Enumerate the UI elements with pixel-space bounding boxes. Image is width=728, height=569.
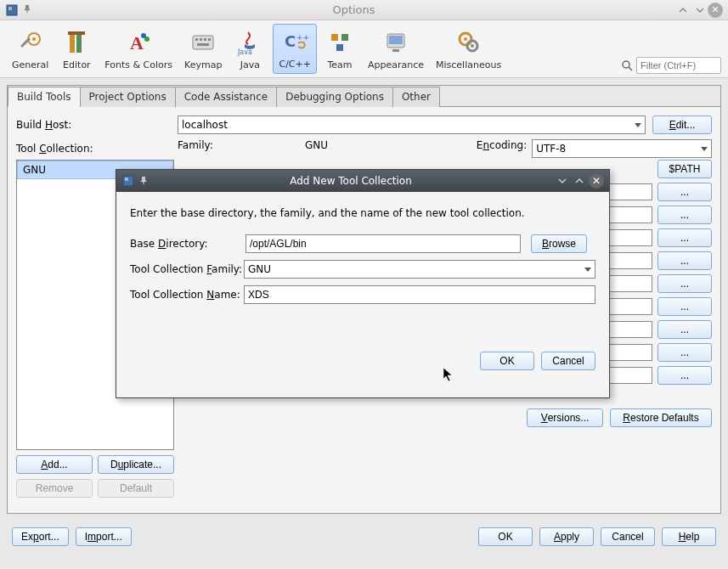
export-button[interactable]: Export...: [12, 527, 69, 546]
category-java[interactable]: Java Java: [229, 25, 271, 74]
app-icon: [121, 174, 135, 188]
search-icon: [621, 59, 633, 71]
family-label: Family:: [178, 139, 305, 158]
category-keymap[interactable]: Keymap: [179, 25, 227, 74]
tabs-row: Build Tools Project Options Code Assista…: [8, 86, 720, 107]
build-host-combo[interactable]: localhost: [178, 115, 646, 134]
tool-collection-label: Tool Collection:: [16, 143, 178, 155]
fonts-icon: A: [125, 29, 152, 56]
build-host-label: Build Host:: [16, 119, 178, 131]
tool-name-label: Tool Collection Name:: [130, 289, 244, 301]
svg-rect-6: [76, 32, 82, 53]
svg-rect-21: [341, 34, 348, 41]
default-button[interactable]: Default: [98, 479, 174, 498]
encoding-combo[interactable]: UTF-8: [532, 139, 712, 158]
keymap-icon: [189, 29, 217, 56]
svg-rect-1: [8, 7, 12, 10]
maximize-icon[interactable]: [692, 3, 708, 18]
tab-debugging-options[interactable]: Debugging Options: [276, 87, 393, 107]
versions-button[interactable]: Versions...: [527, 408, 603, 427]
svg-rect-24: [389, 36, 403, 44]
category-ccpp[interactable]: C++ C/C++: [273, 24, 317, 74]
edit-button[interactable]: Edit...: [652, 115, 712, 134]
browse-dots-button[interactable]: ...: [657, 206, 712, 224]
pin-icon[interactable]: [138, 176, 149, 186]
svg-text:Java: Java: [237, 48, 252, 56]
modal-description: Enter the base directory, the family, an…: [130, 207, 595, 219]
tab-code-assistance[interactable]: Code Assistance: [175, 87, 277, 107]
category-team[interactable]: Team: [319, 25, 361, 74]
svg-rect-14: [204, 38, 206, 41]
browse-dots-button[interactable]: ...: [657, 228, 712, 247]
browse-button[interactable]: Browse: [531, 234, 587, 253]
add-button[interactable]: Add...: [16, 455, 93, 474]
chevron-down-icon[interactable]: [555, 173, 570, 189]
base-dir-input[interactable]: [245, 234, 521, 253]
svg-point-28: [464, 37, 467, 41]
modal-cancel-button[interactable]: Cancel: [541, 352, 595, 370]
close-icon[interactable]: ✕: [589, 173, 604, 189]
team-icon: [326, 29, 353, 56]
tool-family-label: Tool Collection Family:: [130, 263, 244, 275]
appearance-icon: [382, 29, 409, 56]
chevron-up-icon[interactable]: [572, 173, 587, 189]
category-general[interactable]: General: [7, 25, 54, 74]
svg-rect-16: [197, 43, 209, 46]
modal-ok-button[interactable]: OK: [480, 352, 534, 370]
encoding-label: Encoding:: [477, 139, 527, 158]
browse-dots-button[interactable]: ...: [657, 297, 712, 316]
category-appearance[interactable]: Appearance: [363, 25, 429, 74]
browse-dots-button[interactable]: ...: [657, 320, 712, 339]
svg-rect-5: [70, 32, 75, 53]
svg-rect-11: [193, 36, 213, 49]
browse-dots-button[interactable]: ...: [657, 251, 712, 270]
browse-dots-button[interactable]: ...: [657, 274, 712, 293]
import-button[interactable]: Import...: [76, 527, 132, 546]
svg-line-31: [629, 67, 632, 70]
add-tool-collection-dialog: Add New Tool Collection ✕ Enter the base…: [116, 169, 610, 398]
tool-family-combo[interactable]: GNU: [244, 260, 595, 279]
dialog-footer: Export... Import... OK Apply Cancel Help: [0, 521, 728, 553]
ccpp-icon: C++: [281, 28, 308, 55]
svg-point-29: [471, 44, 474, 48]
svg-rect-13: [200, 38, 202, 41]
search-area: [621, 57, 721, 74]
browse-dots-button[interactable]: ...: [657, 366, 712, 385]
duplicate-button[interactable]: Duplicate...: [98, 455, 174, 474]
apply-button[interactable]: Apply: [539, 527, 594, 546]
svg-point-30: [623, 61, 629, 68]
search-input[interactable]: [636, 57, 721, 74]
svg-text:++: ++: [296, 33, 308, 42]
svg-rect-22: [336, 44, 343, 51]
app-icon: [5, 3, 19, 17]
tool-name-input[interactable]: [244, 285, 595, 304]
family-value: GNU: [305, 139, 477, 158]
general-icon: [17, 29, 44, 56]
window-title: Options: [34, 3, 674, 16]
base-dir-label: Base Directory:: [130, 238, 245, 250]
minimize-icon[interactable]: [675, 3, 691, 18]
browse-dots-button[interactable]: ...: [657, 343, 712, 362]
pin-icon[interactable]: [22, 4, 34, 16]
ok-button[interactable]: OK: [478, 527, 533, 546]
close-icon[interactable]: ✕: [708, 3, 723, 18]
main-titlebar: Options ✕: [0, 0, 728, 20]
modal-title: Add New Tool Collection: [149, 175, 553, 187]
category-editor[interactable]: Editor: [55, 25, 98, 74]
java-icon: Java: [236, 29, 263, 56]
browse-dots-button[interactable]: ...: [657, 183, 712, 201]
help-button[interactable]: Help: [662, 527, 716, 546]
svg-rect-20: [331, 34, 338, 41]
tab-project-options[interactable]: Project Options: [80, 87, 176, 107]
restore-defaults-button[interactable]: Restore Defaults: [610, 408, 712, 427]
svg-rect-33: [125, 177, 128, 181]
remove-button[interactable]: Remove: [16, 479, 93, 498]
cancel-button[interactable]: Cancel: [601, 527, 655, 546]
tab-other[interactable]: Other: [392, 87, 440, 107]
path-button[interactable]: $PATH: [657, 160, 712, 178]
modal-titlebar: Add New Tool Collection ✕: [116, 170, 609, 192]
category-fonts[interactable]: A Fonts & Colors: [99, 25, 178, 74]
tab-build-tools[interactable]: Build Tools: [8, 87, 81, 107]
svg-rect-15: [208, 38, 211, 41]
category-misc[interactable]: Miscellaneous: [431, 25, 506, 74]
